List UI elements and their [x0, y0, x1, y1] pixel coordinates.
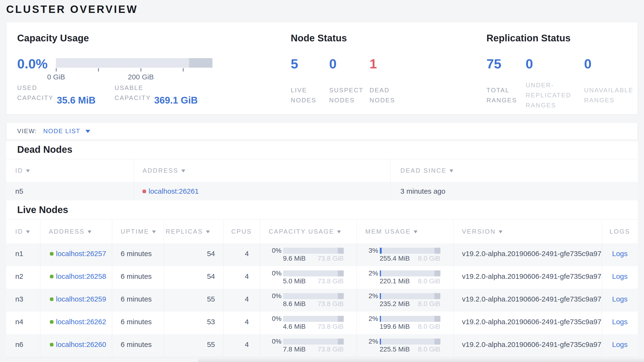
column-label: CPUS	[231, 228, 252, 235]
logs-link[interactable]: Logs	[612, 250, 628, 258]
live-col-address[interactable]: ADDRESS	[40, 220, 112, 243]
version-cell: v19.2.0-alpha.20190606-2491-gfe735c9a97	[453, 243, 602, 266]
node-status-heading: Node Status	[291, 32, 486, 44]
cluster-overview-page: CLUSTER OVERVIEW Capacity Usage 0.0% 0 G…	[0, 3, 644, 357]
mem-reserved	[434, 248, 440, 254]
live-col-memory[interactable]: MEM USAGE	[356, 220, 453, 243]
uptime-cell: 6 minutes	[112, 243, 164, 266]
capacity-usage-cell: 0% 4.6 MiB 73.8 GiB	[260, 311, 356, 334]
column-label: LOGS	[610, 228, 630, 235]
cpus-cell: 4	[223, 243, 260, 266]
column-label: ID	[15, 167, 23, 174]
mem-fill	[380, 316, 381, 322]
label-line: CAPACITY	[17, 93, 54, 103]
capacity-reserved	[338, 316, 344, 322]
logs-cell: Logs	[602, 266, 638, 289]
live-col-cpus: CPUS	[223, 220, 260, 243]
node-address-link[interactable]: localhost:26262	[56, 318, 106, 326]
column-label: ID	[15, 228, 23, 235]
mem-used-value: 255.4 MiB	[380, 254, 410, 263]
cluster-summary-card: Capacity Usage 0.0% 0 GiB 200 GiB	[6, 22, 638, 114]
logs-cell: Logs	[602, 289, 638, 311]
used-capacity-label: USED CAPACITY	[17, 83, 54, 103]
mem-reserved	[434, 293, 440, 299]
capacity-total-value: 73.8 GiB	[318, 300, 344, 308]
node-address-cell: localhost:26259	[40, 295, 112, 303]
mem-mini-bar	[380, 270, 440, 276]
live-status-icon	[50, 297, 54, 301]
live-node-row: n2 localhost:26258 6 minutes 54 4 0%	[6, 266, 638, 289]
dead-nodes-label: DEAD NODES	[370, 80, 395, 110]
mem-mini-bar	[380, 338, 440, 344]
mem-used-value: 235.2 MiB	[380, 300, 410, 308]
live-col-version[interactable]: VERSION	[453, 220, 602, 243]
replicas-cell: 53	[164, 311, 223, 334]
dead-nodes-table: ID ADDRESS DEAD SINCE n5 localhost:26261…	[6, 159, 638, 200]
axis-label-0: 0 GiB	[47, 73, 65, 81]
live-status-icon	[50, 320, 54, 324]
column-label: UPTIME	[121, 228, 149, 235]
capacity-mini-bar	[283, 338, 344, 344]
capacity-mini-bar	[283, 270, 344, 276]
label-line: LIVE	[291, 85, 329, 95]
replicas-cell: 55	[164, 334, 223, 357]
column-label: ADDRESS	[143, 167, 178, 174]
total-ranges-label: TOTAL RANGES	[486, 80, 526, 110]
live-node-row: n3 localhost:26259 6 minutes 55 4 0%	[6, 289, 638, 311]
mem-reserved	[434, 270, 440, 276]
node-address-link[interactable]: localhost:26261	[149, 187, 199, 195]
capacity-reserved	[338, 293, 344, 299]
capacity-used-value: 9.6 MiB	[283, 254, 306, 263]
under-replicated-ranges-count: 0	[526, 56, 584, 72]
logs-link[interactable]: Logs	[612, 295, 628, 303]
node-address-link[interactable]: localhost:26258	[56, 272, 106, 280]
unavailable-ranges-label: UNAVAILABLE RANGES	[584, 80, 634, 110]
logs-link[interactable]: Logs	[612, 318, 628, 326]
mem-total-value: 8.0 GiB	[418, 300, 440, 308]
sort-desc-icon	[182, 169, 185, 172]
dead-status-icon	[142, 190, 146, 193]
capacity-mini-bar	[283, 316, 344, 322]
node-address-link[interactable]: localhost:26259	[56, 295, 106, 303]
mem-reserved	[434, 338, 440, 344]
dead-nodes-header-row: ID ADDRESS DEAD SINCE	[6, 159, 638, 182]
live-col-capacity[interactable]: CAPACITY USAGE	[260, 220, 356, 243]
replication-status-heading: Replication Status	[486, 32, 638, 44]
usable-capacity-value: 369.1 GiB	[154, 94, 198, 106]
capacity-usage-cell: 0% 7.8 MiB 73.8 GiB	[260, 334, 356, 357]
capacity-total-value: 73.8 GiB	[318, 322, 344, 331]
view-selector[interactable]: NODE LIST	[43, 127, 80, 135]
dead-col-id[interactable]: ID	[6, 159, 134, 182]
chevron-down-icon[interactable]	[86, 130, 90, 133]
replicas-cell: 54	[164, 243, 223, 266]
logs-link[interactable]: Logs	[612, 272, 628, 280]
dead-nodes-heading: Dead Nodes	[6, 140, 638, 159]
mem-fill	[380, 338, 381, 344]
live-col-uptime[interactable]: UPTIME	[112, 220, 164, 243]
dead-col-address[interactable]: ADDRESS	[134, 159, 390, 182]
node-address-link[interactable]: localhost:26260	[56, 340, 106, 349]
replicas-cell: 54	[164, 266, 223, 289]
capacity-bar-track	[56, 58, 212, 68]
suspect-nodes-count: 0	[329, 56, 370, 72]
mem-total-value: 8.0 GiB	[418, 345, 440, 353]
live-col-id[interactable]: ID	[6, 220, 40, 243]
capacity-percent: 0%	[269, 247, 282, 254]
sort-desc-icon	[499, 231, 502, 233]
dead-col-dead-since[interactable]: DEAD SINCE	[390, 159, 638, 182]
capacity-mini-bar	[283, 293, 344, 299]
node-address-cell: localhost:26260	[40, 340, 112, 349]
logs-link[interactable]: Logs	[612, 340, 628, 348]
label-line: NODES	[329, 95, 370, 105]
live-col-replicas[interactable]: REPLICAS	[164, 220, 223, 243]
capacity-reserved	[338, 248, 344, 254]
axis-tick	[98, 68, 99, 72]
live-status-icon	[50, 343, 54, 346]
label-line: CAPACITY	[114, 93, 151, 103]
label-line: UNDER-	[526, 80, 584, 90]
bottom-shadow	[198, 358, 644, 362]
mem-mini-bar	[380, 248, 440, 254]
capacity-percent: 0%	[269, 269, 282, 277]
node-address-link[interactable]: localhost:26257	[56, 250, 106, 258]
cpus-cell: 4	[223, 334, 260, 357]
